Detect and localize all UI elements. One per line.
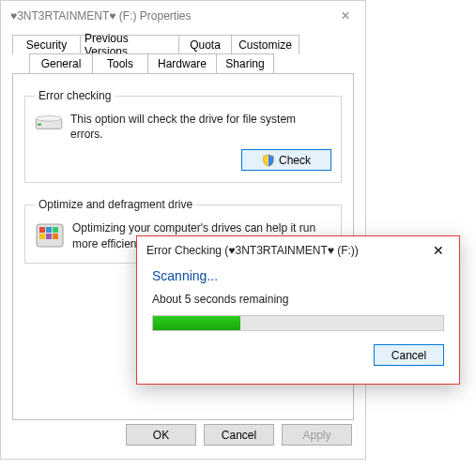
window-title: ♥3NT3RTAINMENT♥ (F:) Properties — [10, 9, 326, 23]
dialog-cancel-button[interactable]: Cancel — [374, 344, 444, 366]
error-checking-group: Error checking This option will check th… — [24, 89, 342, 183]
progress-bar — [152, 315, 444, 331]
dialog-title: Error Checking (♥3NT3RTAINMENT♥ (F:)) — [146, 244, 420, 257]
cancel-button[interactable]: Cancel — [204, 424, 274, 446]
dialog-button-row: OK Cancel Apply — [126, 424, 352, 446]
svg-rect-4 — [39, 227, 45, 233]
apply-button: Apply — [282, 424, 352, 446]
ok-button-label: OK — [153, 429, 169, 442]
tab-hardware[interactable]: Hardware — [147, 53, 217, 73]
apply-button-label: Apply — [302, 429, 330, 442]
tab-label: Customize — [238, 38, 292, 52]
scanning-status: Scanning... — [152, 268, 444, 283]
tab-row-1: Security Previous Versions Quota Customi… — [12, 35, 354, 54]
svg-rect-1 — [38, 124, 41, 126]
tab-label: Quota — [190, 38, 221, 52]
tab-general[interactable]: General — [29, 53, 93, 73]
svg-rect-7 — [39, 234, 45, 239]
error-checking-dialog: Error Checking (♥3NT3RTAINMENT♥ (F:)) ✕ … — [136, 235, 460, 385]
close-icon[interactable]: ✕ — [420, 238, 457, 263]
tab-security[interactable]: Security — [12, 35, 81, 54]
error-checking-text: This option will check the drive for fil… — [70, 112, 331, 142]
dialog-cancel-label: Cancel — [392, 349, 426, 362]
tab-sharing[interactable]: Sharing — [216, 53, 274, 73]
progress-bar-fill — [153, 316, 240, 330]
drive-icon — [35, 112, 63, 132]
check-button[interactable]: Check — [241, 149, 331, 171]
svg-rect-6 — [53, 227, 58, 233]
tab-label: Hardware — [158, 57, 207, 70]
time-remaining-text: About 5 seconds remaining — [152, 293, 444, 306]
error-checking-legend: Error checking — [35, 89, 115, 102]
tab-label: General — [41, 57, 82, 70]
tab-previous-versions[interactable]: Previous Versions — [80, 35, 179, 54]
tab-label: Sharing — [225, 57, 264, 70]
tab-customize[interactable]: Customize — [231, 35, 299, 54]
shield-icon — [262, 154, 275, 167]
cancel-button-label: Cancel — [222, 429, 256, 442]
properties-window: ♥3NT3RTAINMENT♥ (F:) Properties × Securi… — [0, 0, 366, 460]
svg-rect-9 — [53, 234, 58, 239]
svg-rect-8 — [46, 234, 52, 239]
check-button-label: Check — [279, 154, 311, 167]
tab-quota[interactable]: Quota — [178, 35, 232, 54]
close-icon[interactable]: × — [326, 8, 365, 24]
tab-label: Tools — [107, 57, 133, 70]
tab-label: Security — [26, 38, 67, 52]
tab-tools[interactable]: Tools — [92, 53, 148, 73]
ok-button[interactable]: OK — [126, 424, 196, 446]
defrag-icon — [35, 220, 65, 250]
dialog-titlebar: Error Checking (♥3NT3RTAINMENT♥ (F:)) ✕ — [137, 236, 459, 265]
svg-rect-5 — [46, 227, 52, 233]
defrag-legend: Optimize and defragment drive — [35, 198, 196, 211]
tab-row-2: General Tools Hardware Sharing — [12, 53, 354, 73]
titlebar: ♥3NT3RTAINMENT♥ (F:) Properties × — [1, 1, 365, 31]
svg-point-2 — [36, 116, 62, 121]
